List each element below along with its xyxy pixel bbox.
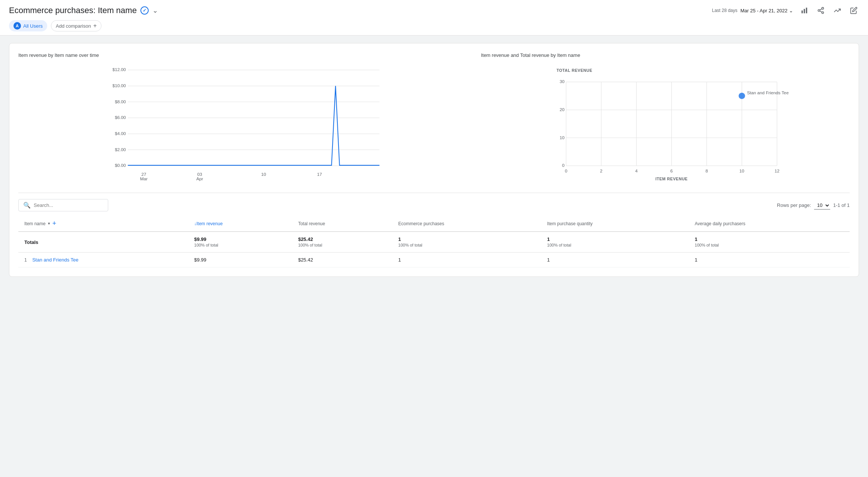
search-input[interactable]	[34, 202, 103, 208]
rows-per-page-label: Rows per page:	[777, 202, 811, 208]
date-range-label: Last 28 days	[712, 8, 737, 13]
row-ecommerce-purchases: 1	[392, 253, 541, 267]
svg-text:$10.00: $10.00	[112, 83, 126, 88]
main-content: Item revenue by Item name over time $12.…	[0, 36, 868, 284]
line-chart-container: $12.00 $10.00 $8.00 $6.00 $4.00 $2.00 $0…	[18, 64, 469, 184]
line-chart-title: Item revenue by Item name over time	[18, 52, 469, 58]
scatter-chart-title: Item revenue and Total revenue by Item n…	[481, 52, 850, 58]
totals-avg-daily-purchasers: 1 100% of total	[689, 232, 850, 253]
rows-per-page-select[interactable]: 10 25 50	[814, 201, 830, 210]
row-item-name-cell: 1 Stan and Friends Tee	[18, 253, 188, 267]
svg-text:Mar: Mar	[140, 176, 148, 181]
data-table: Item name ▾ + ↓Item revenue Total revenu…	[18, 216, 850, 267]
header-top-row: Ecommerce purchases: Item name ⌄ Last 28…	[9, 5, 859, 16]
svg-text:6: 6	[671, 168, 673, 173]
svg-text:30: 30	[560, 79, 565, 84]
col-item-revenue[interactable]: ↓Item revenue	[188, 216, 292, 232]
svg-text:4: 4	[635, 168, 638, 173]
svg-text:$2.00: $2.00	[115, 147, 126, 152]
item-name-link[interactable]: Stan and Friends Tee	[32, 257, 78, 263]
title-dropdown-icon[interactable]: ⌄	[152, 6, 158, 15]
scatter-point	[739, 93, 745, 99]
svg-text:27: 27	[142, 172, 146, 177]
date-range-value[interactable]: Mar 25 - Apr 21, 2022 ⌄	[740, 8, 793, 13]
page-header: Ecommerce purchases: Item name ⌄ Last 28…	[0, 0, 868, 36]
scatter-chart-panel: Item revenue and Total revenue by Item n…	[481, 52, 850, 184]
search-box: 🔍	[18, 199, 108, 211]
svg-text:2: 2	[600, 168, 603, 173]
svg-text:Apr: Apr	[196, 176, 203, 181]
col-item-name[interactable]: Item name ▾ +	[18, 216, 188, 232]
add-comparison-button[interactable]: Add comparison +	[51, 20, 101, 31]
col-sort-icon: ▾	[48, 221, 50, 226]
svg-point-4	[818, 10, 820, 12]
totals-ecommerce-purchases: 1 100% of total	[392, 232, 541, 253]
row-total-revenue: $25.42	[292, 253, 392, 267]
all-users-segment[interactable]: A All Users	[9, 20, 47, 31]
svg-text:ITEM REVENUE: ITEM REVENUE	[656, 177, 688, 181]
trend-icon[interactable]	[832, 5, 843, 16]
row-item-purchase-qty: 1	[541, 253, 689, 267]
page-title: Ecommerce purchases: Item name	[9, 6, 137, 15]
main-card: Item revenue by Item name over time $12.…	[9, 43, 859, 277]
segment-avatar: A	[13, 22, 21, 30]
edit-icon[interactable]	[849, 5, 859, 16]
line-chart-panel: Item revenue by Item name over time $12.…	[18, 52, 469, 184]
scatter-chart-svg: TOTAL REVENUE 0 10 20 30	[481, 64, 850, 184]
section-divider	[18, 193, 850, 193]
header-action-icons	[799, 5, 859, 16]
charts-section: Item revenue by Item name over time $12.…	[18, 52, 850, 184]
totals-row: Totals $9.99 100% of total $25.42 100% o…	[18, 232, 850, 253]
segment-bar: A All Users Add comparison +	[9, 20, 859, 35]
svg-text:Stan and Friends Tee: Stan and Friends Tee	[747, 90, 789, 95]
col-item-purchase-qty[interactable]: Item purchase quantity	[541, 216, 689, 232]
svg-text:17: 17	[317, 172, 322, 177]
table-header-row: Item name ▾ + ↓Item revenue Total revenu…	[18, 216, 850, 232]
svg-line-7	[820, 9, 822, 10]
svg-text:8: 8	[705, 168, 708, 173]
search-icon: 🔍	[23, 202, 31, 209]
table-row: 1 Stan and Friends Tee $9.99 $25.42 1 1 …	[18, 253, 850, 267]
svg-point-3	[822, 7, 824, 9]
share-icon[interactable]	[816, 5, 826, 16]
svg-text:$4.00: $4.00	[115, 131, 126, 136]
status-check-icon	[140, 6, 149, 15]
totals-item-revenue: $9.99 100% of total	[188, 232, 292, 253]
svg-text:20: 20	[560, 107, 565, 112]
svg-text:$8.00: $8.00	[115, 99, 126, 104]
svg-rect-1	[804, 9, 805, 13]
svg-text:$12.00: $12.00	[112, 67, 126, 72]
svg-text:10: 10	[261, 172, 267, 177]
totals-label: Totals	[18, 232, 188, 253]
row-item-revenue: $9.99	[188, 253, 292, 267]
date-range-chevron-icon: ⌄	[789, 8, 793, 13]
bar-chart-icon[interactable]	[799, 5, 810, 16]
svg-text:10: 10	[740, 168, 745, 173]
col-total-revenue[interactable]: Total revenue	[292, 216, 392, 232]
svg-text:10: 10	[560, 135, 565, 140]
date-range-section: Last 28 days Mar 25 - Apr 21, 2022 ⌄	[712, 8, 793, 13]
pagination-text: 1-1 of 1	[833, 202, 850, 208]
line-chart-svg: $12.00 $10.00 $8.00 $6.00 $4.00 $2.00 $0…	[18, 64, 469, 184]
rows-per-page-control: Rows per page: 10 25 50 1-1 of 1	[777, 201, 850, 210]
svg-rect-0	[802, 10, 803, 13]
col-avg-daily-purchasers[interactable]: Average daily purchasers	[689, 216, 850, 232]
svg-point-5	[822, 12, 824, 13]
header-right-controls: Last 28 days Mar 25 - Apr 21, 2022 ⌄	[712, 5, 859, 16]
svg-text:$0.00: $0.00	[115, 163, 126, 168]
totals-total-revenue: $25.42 100% of total	[292, 232, 392, 253]
svg-line-6	[820, 11, 822, 12]
svg-text:03: 03	[197, 172, 202, 177]
svg-rect-2	[806, 8, 807, 13]
add-icon: +	[93, 22, 97, 29]
title-group: Ecommerce purchases: Item name ⌄	[9, 6, 158, 15]
table-toolbar: 🔍 Rows per page: 10 25 50 1-1 of 1	[18, 199, 850, 211]
segment-label: All Users	[23, 23, 43, 29]
add-column-button[interactable]: +	[52, 220, 57, 227]
col-ecommerce-purchases[interactable]: Ecommerce purchases	[392, 216, 541, 232]
row-avg-daily-purchasers: 1	[689, 253, 850, 267]
svg-text:0: 0	[565, 168, 568, 173]
svg-text:0: 0	[562, 163, 565, 168]
totals-item-purchase-qty: 1 100% of total	[541, 232, 689, 253]
scatter-chart-container: TOTAL REVENUE 0 10 20 30	[481, 64, 850, 184]
